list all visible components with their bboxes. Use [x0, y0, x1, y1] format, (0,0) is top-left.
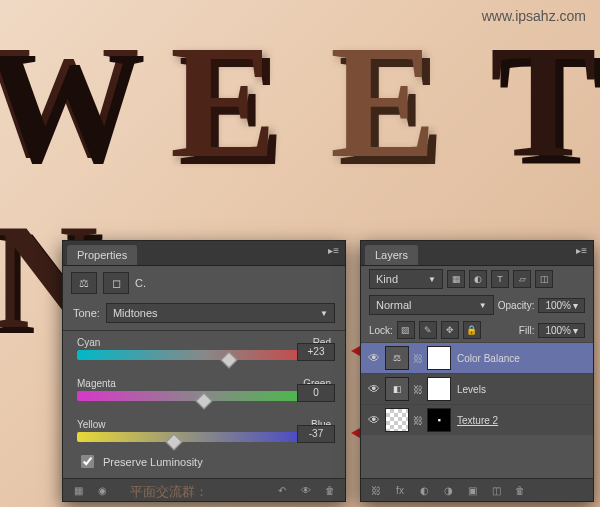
link-icon[interactable]: ⛓ — [413, 415, 423, 426]
new-layer-icon[interactable]: ◫ — [487, 482, 505, 498]
view-icon[interactable]: ◉ — [93, 482, 111, 498]
preserve-luminosity-checkbox[interactable]: Preserve Luminosity — [63, 444, 345, 479]
fill-field[interactable]: 100%▾ — [538, 323, 585, 338]
link-icon[interactable]: ⛓ — [413, 384, 423, 395]
group-icon[interactable]: ▣ — [463, 482, 481, 498]
chevron-down-icon: ▼ — [479, 301, 487, 310]
eye-icon[interactable]: 👁 — [365, 382, 383, 396]
slider-yellow-blue[interactable]: Yellow Blue -37 — [63, 417, 345, 444]
chevron-down-icon: ▼ — [428, 275, 436, 284]
layer-levels[interactable]: 👁 ◧ ⛓ Levels — [361, 373, 593, 404]
gradient-yellow-blue[interactable] — [77, 432, 331, 442]
scales-icon[interactable]: ⚖ — [71, 272, 97, 294]
footer-text: 平面交流群： — [130, 483, 208, 501]
opacity-field[interactable]: 100%▾ — [538, 298, 585, 313]
filter-smart-icon[interactable]: ◫ — [535, 270, 553, 288]
label-yellow: Yellow — [77, 419, 106, 430]
lock-transparent-icon[interactable]: ▨ — [397, 321, 415, 339]
properties-tabbar: Properties ▸≡ — [63, 241, 345, 266]
filter-adjust-icon[interactable]: ◐ — [469, 270, 487, 288]
lock-position-icon[interactable]: ✥ — [441, 321, 459, 339]
opacity-label: Opacity: — [498, 300, 535, 311]
layer-name[interactable]: Color Balance — [457, 353, 520, 364]
panel-menu-icon[interactable]: ▸≡ — [328, 245, 339, 256]
layers-footer: ⛓ fx ◐ ◑ ▣ ◫ 🗑 — [361, 478, 593, 501]
link-layers-icon[interactable]: ⛓ — [367, 482, 385, 498]
clip-icon[interactable]: ▦ — [69, 482, 87, 498]
fx-icon[interactable]: fx — [391, 482, 409, 498]
label-cyan: Cyan — [77, 337, 100, 348]
bg-letter-w: W — [0, 10, 140, 195]
tone-value: Midtones — [113, 307, 158, 319]
properties-tab[interactable]: Properties — [67, 245, 137, 265]
layer-color-balance[interactable]: 👁 ⚖ ⛓ Color Balance — [361, 342, 593, 373]
filter-kind-select[interactable]: Kind ▼ — [369, 269, 443, 289]
gradient-cyan-red[interactable] — [77, 350, 331, 360]
mask-icon[interactable]: ◻ — [103, 272, 129, 294]
mask-thumb[interactable] — [427, 377, 451, 401]
preserve-checkbox[interactable] — [81, 455, 94, 468]
layer-name[interactable]: Levels — [457, 384, 486, 395]
texture-thumb[interactable] — [385, 408, 409, 432]
lock-all-icon[interactable]: 🔒 — [463, 321, 481, 339]
blend-mode-value: Normal — [376, 299, 411, 311]
layer-name[interactable]: Texture 2 — [457, 415, 498, 426]
adjustment-add-icon[interactable]: ◑ — [439, 482, 457, 498]
bg-letter-t: T — [490, 10, 597, 195]
bg-letter-e1: E — [170, 10, 277, 195]
lock-label: Lock: — [369, 325, 393, 336]
layers-tab[interactable]: Layers — [365, 245, 418, 265]
bg-letter-e2: E — [330, 10, 437, 195]
layers-tabbar: Layers ▸≡ — [361, 241, 593, 266]
layers-menu-icon[interactable]: ▸≡ — [576, 245, 587, 256]
eye-icon[interactable]: 👁 — [365, 351, 383, 365]
lock-paint-icon[interactable]: ✎ — [419, 321, 437, 339]
layers-panel: Layers ▸≡ Kind ▼ ▦ ◐ T ▱ ◫ Normal ▼ Opac… — [360, 240, 594, 502]
blend-mode-select[interactable]: Normal ▼ — [369, 295, 494, 315]
filter-pixel-icon[interactable]: ▦ — [447, 270, 465, 288]
fill-label: Fill: — [519, 325, 535, 336]
label-magenta: Magenta — [77, 378, 116, 389]
filter-kind-label: Kind — [376, 273, 398, 285]
watermark: www.ipsahz.com — [482, 8, 586, 24]
trash-icon[interactable]: 🗑 — [321, 482, 339, 498]
tone-select[interactable]: Midtones ▼ — [106, 303, 335, 323]
filter-type-icon[interactable]: T — [491, 270, 509, 288]
slider-magenta-green[interactable]: Magenta Green 0 — [63, 376, 345, 403]
adjustment-name: C. — [135, 277, 146, 289]
preserve-label: Preserve Luminosity — [103, 456, 203, 468]
mask-thumb[interactable]: ▪ — [427, 408, 451, 432]
value-yellow-blue[interactable]: -37 — [297, 425, 335, 443]
trash-icon[interactable]: 🗑 — [511, 482, 529, 498]
visibility-icon[interactable]: 👁 — [297, 482, 315, 498]
slider-cyan-red[interactable]: Cyan Red +23 — [63, 335, 345, 362]
tone-label: Tone: — [73, 307, 100, 319]
chevron-down-icon: ▼ — [320, 309, 328, 318]
mask-thumb[interactable] — [427, 346, 451, 370]
reset-icon[interactable]: ↶ — [273, 482, 291, 498]
adjustment-thumb-icon: ◧ — [385, 377, 409, 401]
properties-panel: Properties ▸≡ ⚖ ◻ C. Tone: Midtones ▼ Cy… — [62, 240, 346, 502]
value-magenta-green[interactable]: 0 — [297, 384, 335, 402]
mask-add-icon[interactable]: ◐ — [415, 482, 433, 498]
adjustment-thumb-icon: ⚖ — [385, 346, 409, 370]
link-icon[interactable]: ⛓ — [413, 353, 423, 364]
value-cyan-red[interactable]: +23 — [297, 343, 335, 361]
gradient-magenta-green[interactable] — [77, 391, 331, 401]
eye-icon[interactable]: 👁 — [365, 413, 383, 427]
filter-shape-icon[interactable]: ▱ — [513, 270, 531, 288]
layer-texture-2[interactable]: 👁 ⛓ ▪ Texture 2 — [361, 404, 593, 435]
